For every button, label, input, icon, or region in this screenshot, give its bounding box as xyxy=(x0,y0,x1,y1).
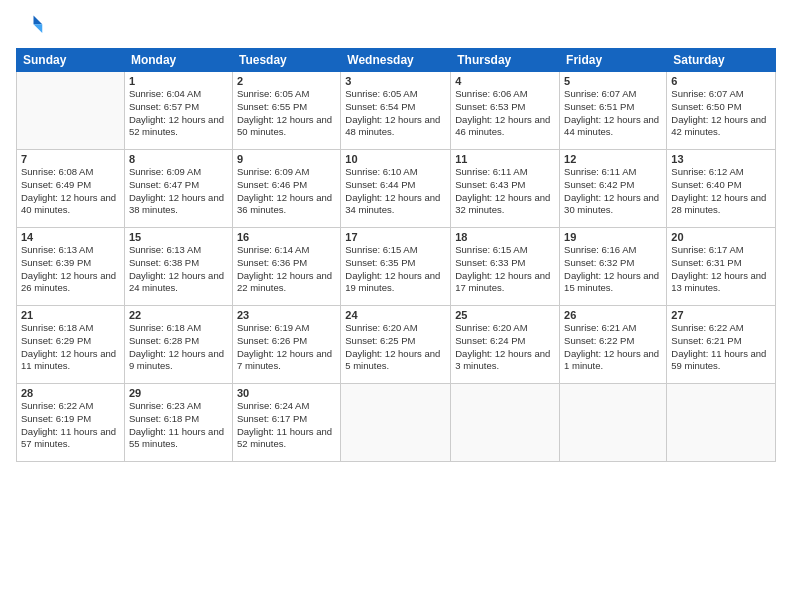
calendar-cell: 19 Sunrise: 6:16 AM Sunset: 6:32 PM Dayl… xyxy=(560,228,667,306)
day-info: Sunrise: 6:09 AM Sunset: 6:47 PM Dayligh… xyxy=(129,166,228,217)
week-row-4: 28 Sunrise: 6:22 AM Sunset: 6:19 PM Dayl… xyxy=(17,384,776,462)
calendar-cell xyxy=(560,384,667,462)
day-info: Sunrise: 6:10 AM Sunset: 6:44 PM Dayligh… xyxy=(345,166,446,217)
day-number: 30 xyxy=(237,387,336,399)
day-number: 7 xyxy=(21,153,120,165)
day-number: 21 xyxy=(21,309,120,321)
day-info: Sunrise: 6:18 AM Sunset: 6:29 PM Dayligh… xyxy=(21,322,120,373)
day-number: 28 xyxy=(21,387,120,399)
day-info: Sunrise: 6:11 AM Sunset: 6:42 PM Dayligh… xyxy=(564,166,662,217)
header xyxy=(16,12,776,40)
day-info: Sunrise: 6:19 AM Sunset: 6:26 PM Dayligh… xyxy=(237,322,336,373)
weekday-header-wednesday: Wednesday xyxy=(341,49,451,72)
day-number: 26 xyxy=(564,309,662,321)
calendar-cell: 9 Sunrise: 6:09 AM Sunset: 6:46 PM Dayli… xyxy=(232,150,340,228)
day-number: 5 xyxy=(564,75,662,87)
calendar-cell: 7 Sunrise: 6:08 AM Sunset: 6:49 PM Dayli… xyxy=(17,150,125,228)
day-info: Sunrise: 6:04 AM Sunset: 6:57 PM Dayligh… xyxy=(129,88,228,139)
calendar-cell: 15 Sunrise: 6:13 AM Sunset: 6:38 PM Dayl… xyxy=(124,228,232,306)
day-info: Sunrise: 6:12 AM Sunset: 6:40 PM Dayligh… xyxy=(671,166,771,217)
day-number: 12 xyxy=(564,153,662,165)
calendar-cell xyxy=(17,72,125,150)
day-info: Sunrise: 6:18 AM Sunset: 6:28 PM Dayligh… xyxy=(129,322,228,373)
day-info: Sunrise: 6:07 AM Sunset: 6:50 PM Dayligh… xyxy=(671,88,771,139)
day-info: Sunrise: 6:13 AM Sunset: 6:38 PM Dayligh… xyxy=(129,244,228,295)
week-row-2: 14 Sunrise: 6:13 AM Sunset: 6:39 PM Dayl… xyxy=(17,228,776,306)
page: SundayMondayTuesdayWednesdayThursdayFrid… xyxy=(0,0,792,612)
calendar-cell: 2 Sunrise: 6:05 AM Sunset: 6:55 PM Dayli… xyxy=(232,72,340,150)
logo xyxy=(16,12,48,40)
weekday-header-saturday: Saturday xyxy=(667,49,776,72)
day-number: 11 xyxy=(455,153,555,165)
day-number: 20 xyxy=(671,231,771,243)
day-number: 2 xyxy=(237,75,336,87)
calendar-cell: 21 Sunrise: 6:18 AM Sunset: 6:29 PM Dayl… xyxy=(17,306,125,384)
day-info: Sunrise: 6:15 AM Sunset: 6:35 PM Dayligh… xyxy=(345,244,446,295)
day-number: 27 xyxy=(671,309,771,321)
day-info: Sunrise: 6:07 AM Sunset: 6:51 PM Dayligh… xyxy=(564,88,662,139)
calendar-cell: 3 Sunrise: 6:05 AM Sunset: 6:54 PM Dayli… xyxy=(341,72,451,150)
day-number: 22 xyxy=(129,309,228,321)
day-number: 9 xyxy=(237,153,336,165)
day-number: 15 xyxy=(129,231,228,243)
calendar-cell: 27 Sunrise: 6:22 AM Sunset: 6:21 PM Dayl… xyxy=(667,306,776,384)
weekday-header-tuesday: Tuesday xyxy=(232,49,340,72)
day-number: 18 xyxy=(455,231,555,243)
weekday-header-friday: Friday xyxy=(560,49,667,72)
day-info: Sunrise: 6:14 AM Sunset: 6:36 PM Dayligh… xyxy=(237,244,336,295)
day-number: 16 xyxy=(237,231,336,243)
day-number: 19 xyxy=(564,231,662,243)
day-info: Sunrise: 6:15 AM Sunset: 6:33 PM Dayligh… xyxy=(455,244,555,295)
day-number: 17 xyxy=(345,231,446,243)
calendar-cell: 25 Sunrise: 6:20 AM Sunset: 6:24 PM Dayl… xyxy=(451,306,560,384)
calendar-cell: 11 Sunrise: 6:11 AM Sunset: 6:43 PM Dayl… xyxy=(451,150,560,228)
weekday-header-row: SundayMondayTuesdayWednesdayThursdayFrid… xyxy=(17,49,776,72)
calendar-cell: 24 Sunrise: 6:20 AM Sunset: 6:25 PM Dayl… xyxy=(341,306,451,384)
day-info: Sunrise: 6:06 AM Sunset: 6:53 PM Dayligh… xyxy=(455,88,555,139)
day-info: Sunrise: 6:23 AM Sunset: 6:18 PM Dayligh… xyxy=(129,400,228,451)
calendar-cell xyxy=(451,384,560,462)
logo-icon xyxy=(16,12,44,40)
day-info: Sunrise: 6:13 AM Sunset: 6:39 PM Dayligh… xyxy=(21,244,120,295)
calendar-cell: 30 Sunrise: 6:24 AM Sunset: 6:17 PM Dayl… xyxy=(232,384,340,462)
calendar-cell: 13 Sunrise: 6:12 AM Sunset: 6:40 PM Dayl… xyxy=(667,150,776,228)
day-number: 3 xyxy=(345,75,446,87)
svg-marker-1 xyxy=(34,24,43,33)
day-info: Sunrise: 6:21 AM Sunset: 6:22 PM Dayligh… xyxy=(564,322,662,373)
day-info: Sunrise: 6:05 AM Sunset: 6:55 PM Dayligh… xyxy=(237,88,336,139)
calendar-table: SundayMondayTuesdayWednesdayThursdayFrid… xyxy=(16,48,776,462)
day-number: 6 xyxy=(671,75,771,87)
calendar-cell: 28 Sunrise: 6:22 AM Sunset: 6:19 PM Dayl… xyxy=(17,384,125,462)
day-number: 13 xyxy=(671,153,771,165)
day-number: 4 xyxy=(455,75,555,87)
weekday-header-sunday: Sunday xyxy=(17,49,125,72)
day-info: Sunrise: 6:16 AM Sunset: 6:32 PM Dayligh… xyxy=(564,244,662,295)
calendar-cell: 18 Sunrise: 6:15 AM Sunset: 6:33 PM Dayl… xyxy=(451,228,560,306)
calendar-cell xyxy=(341,384,451,462)
day-info: Sunrise: 6:09 AM Sunset: 6:46 PM Dayligh… xyxy=(237,166,336,217)
day-info: Sunrise: 6:20 AM Sunset: 6:25 PM Dayligh… xyxy=(345,322,446,373)
day-info: Sunrise: 6:08 AM Sunset: 6:49 PM Dayligh… xyxy=(21,166,120,217)
day-number: 1 xyxy=(129,75,228,87)
day-info: Sunrise: 6:22 AM Sunset: 6:19 PM Dayligh… xyxy=(21,400,120,451)
calendar-cell: 26 Sunrise: 6:21 AM Sunset: 6:22 PM Dayl… xyxy=(560,306,667,384)
calendar-cell: 1 Sunrise: 6:04 AM Sunset: 6:57 PM Dayli… xyxy=(124,72,232,150)
calendar-cell: 5 Sunrise: 6:07 AM Sunset: 6:51 PM Dayli… xyxy=(560,72,667,150)
calendar-cell: 8 Sunrise: 6:09 AM Sunset: 6:47 PM Dayli… xyxy=(124,150,232,228)
day-info: Sunrise: 6:05 AM Sunset: 6:54 PM Dayligh… xyxy=(345,88,446,139)
svg-marker-0 xyxy=(34,16,43,25)
day-number: 10 xyxy=(345,153,446,165)
calendar-cell: 14 Sunrise: 6:13 AM Sunset: 6:39 PM Dayl… xyxy=(17,228,125,306)
day-number: 23 xyxy=(237,309,336,321)
calendar-cell: 12 Sunrise: 6:11 AM Sunset: 6:42 PM Dayl… xyxy=(560,150,667,228)
calendar-cell: 29 Sunrise: 6:23 AM Sunset: 6:18 PM Dayl… xyxy=(124,384,232,462)
calendar-cell: 4 Sunrise: 6:06 AM Sunset: 6:53 PM Dayli… xyxy=(451,72,560,150)
week-row-3: 21 Sunrise: 6:18 AM Sunset: 6:29 PM Dayl… xyxy=(17,306,776,384)
week-row-0: 1 Sunrise: 6:04 AM Sunset: 6:57 PM Dayli… xyxy=(17,72,776,150)
calendar-cell: 16 Sunrise: 6:14 AM Sunset: 6:36 PM Dayl… xyxy=(232,228,340,306)
day-info: Sunrise: 6:11 AM Sunset: 6:43 PM Dayligh… xyxy=(455,166,555,217)
day-info: Sunrise: 6:24 AM Sunset: 6:17 PM Dayligh… xyxy=(237,400,336,451)
calendar-cell: 22 Sunrise: 6:18 AM Sunset: 6:28 PM Dayl… xyxy=(124,306,232,384)
day-info: Sunrise: 6:20 AM Sunset: 6:24 PM Dayligh… xyxy=(455,322,555,373)
day-number: 25 xyxy=(455,309,555,321)
